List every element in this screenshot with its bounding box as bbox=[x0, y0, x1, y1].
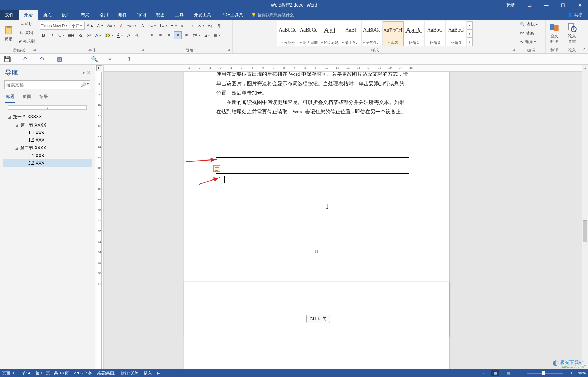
tab-review[interactable]: 审阅 bbox=[132, 10, 151, 20]
vertical-scrollbar[interactable]: ▴ ▾ bbox=[582, 65, 588, 369]
grow-font-button[interactable]: A▲ bbox=[85, 22, 95, 30]
styles-scroll-1[interactable]: ▾ bbox=[467, 30, 473, 38]
styles-dialog-launcher[interactable]: ◢ bbox=[512, 48, 515, 51]
subscript-button[interactable]: x₂ bbox=[77, 31, 85, 39]
style-item-4[interactable]: AaBbCc↵研究生… bbox=[362, 21, 383, 46]
clear-formatting-button[interactable]: A̷ bbox=[117, 22, 125, 30]
bullets-button[interactable]: •≡ bbox=[148, 22, 157, 30]
select-button[interactable]: ↖选择▾ bbox=[519, 38, 537, 46]
zoom-out-button[interactable]: − bbox=[517, 371, 519, 375]
style-item-1[interactable]: AaBbCc↵封面日期 bbox=[298, 21, 319, 46]
style-item-8[interactable]: AaBbC标题 3 bbox=[446, 21, 467, 46]
read-mode-button[interactable]: ▭ bbox=[478, 370, 486, 376]
increase-indent-button[interactable]: ⇥ bbox=[188, 22, 196, 30]
horizontal-ruler[interactable]: 3210123456789101112131415161718 bbox=[104, 65, 582, 72]
character-border-button[interactable]: A bbox=[139, 22, 147, 30]
asian-layout-button[interactable]: ✕ bbox=[196, 22, 205, 30]
tab-devtools[interactable]: 开发工具 bbox=[189, 10, 216, 20]
numbering-button[interactable]: 1≡ bbox=[158, 22, 168, 30]
full-translate-button[interactable]: 全文 翻译 bbox=[547, 20, 562, 46]
minimize-icon[interactable]: — bbox=[538, 0, 555, 10]
style-item-7[interactable]: AaBbC标题 2 bbox=[425, 21, 446, 46]
nav-node-5[interactable]: 2.1 XXX bbox=[3, 152, 92, 160]
nav-tab-results[interactable]: 结果 bbox=[38, 92, 49, 103]
scroll-up-button[interactable]: ▴ bbox=[582, 65, 588, 71]
zoom-slider[interactable] bbox=[527, 373, 563, 374]
status-pages-of[interactable]: 第 11 页，共 13 页 bbox=[36, 370, 69, 376]
justify-button[interactable]: ≡ bbox=[174, 31, 182, 39]
document-canvas[interactable]: 使用在需要位置出现的新按钮在 Word 中保存时间。若要更改图片适应文档的方式，… bbox=[104, 72, 582, 369]
cut-button[interactable]: ✂剪切 bbox=[17, 20, 36, 28]
qat-btn-4[interactable]: ▦ bbox=[56, 55, 63, 63]
paste-button[interactable]: 粘贴 bbox=[1, 20, 16, 46]
underline-button[interactable]: U bbox=[57, 31, 66, 39]
shading-button[interactable]: ◢ bbox=[203, 31, 211, 39]
nav-jump-bar[interactable]: ▴ bbox=[8, 105, 87, 110]
redo-button[interactable]: ↷ bbox=[38, 55, 46, 63]
nav-close-icon[interactable]: ✕ bbox=[87, 70, 90, 75]
clipboard-dialog-launcher[interactable]: ◢ bbox=[33, 48, 36, 51]
caret-icon[interactable]: ◢ bbox=[8, 115, 12, 119]
font-name-selector[interactable]: Times New R bbox=[40, 22, 69, 30]
caret-icon[interactable]: ◢ bbox=[15, 146, 19, 150]
bold-button[interactable]: B bbox=[40, 31, 48, 39]
web-layout-button[interactable]: ▤ bbox=[504, 370, 512, 376]
search-icon[interactable]: 🔎 bbox=[81, 82, 86, 87]
text-effects-button[interactable]: A bbox=[94, 31, 102, 39]
qat-btn-7[interactable]: ⿻ bbox=[108, 55, 115, 63]
qat-btn-6[interactable]: 🔍 bbox=[91, 55, 98, 63]
tab-home[interactable]: 开始 bbox=[19, 10, 38, 20]
phonetic-guide-button[interactable]: wén bbox=[126, 22, 138, 30]
tab-references[interactable]: 引用 bbox=[94, 10, 113, 20]
styles-scroll-2[interactable]: ≡ bbox=[467, 38, 473, 46]
print-layout-button[interactable]: ▦ bbox=[491, 370, 499, 376]
nav-node-6[interactable]: 2.2 XXX bbox=[3, 160, 92, 167]
styles-gallery[interactable]: AaBbCc↵分类号AaBbCc↵封面日期AaI↵论文标题AaBl↵硕士学…Aa… bbox=[277, 21, 473, 46]
nav-node-4[interactable]: ◢第二节 XXXX bbox=[3, 144, 92, 152]
paper-check-button[interactable]: 论文 查重 bbox=[565, 20, 579, 46]
close-icon[interactable]: ✕ bbox=[571, 0, 588, 10]
styles-scroll-0[interactable]: ▴ bbox=[467, 21, 473, 30]
line-spacing-button[interactable]: ‡≡ bbox=[191, 31, 202, 39]
nav-node-3[interactable]: 1.2 XXX bbox=[3, 137, 92, 144]
superscript-button[interactable]: x² bbox=[85, 31, 93, 39]
sort-button[interactable]: A↓ bbox=[206, 22, 214, 30]
nav-tab-headings[interactable]: 标题 bbox=[5, 92, 15, 103]
vertical-ruler[interactable]: L 89101112131415161718192021222324252627 bbox=[95, 65, 104, 369]
nav-search-input[interactable] bbox=[6, 82, 81, 87]
nav-node-0[interactable]: ◢第一章 XXXXX bbox=[3, 113, 92, 121]
maximize-icon[interactable]: ☐ bbox=[555, 0, 571, 10]
replace-button[interactable]: ab替换 bbox=[519, 29, 535, 37]
status-page[interactable]: 页面: 11 bbox=[2, 370, 17, 376]
nav-node-1[interactable]: ◢第一节 XXXX bbox=[3, 121, 92, 129]
style-item-5[interactable]: AaBbCcI↵正文 bbox=[383, 21, 404, 46]
ribbon-display-options-icon[interactable]: ▭ bbox=[521, 0, 538, 10]
highlight-button[interactable]: ab bbox=[103, 31, 115, 39]
status-word-count[interactable]: 2705 个字 bbox=[74, 370, 92, 376]
tab-selector[interactable]: L bbox=[96, 65, 102, 71]
format-painter-button[interactable]: 🖌格式刷 bbox=[17, 37, 36, 45]
tab-mailings[interactable]: 邮件 bbox=[113, 10, 132, 20]
scroll-thumb[interactable] bbox=[583, 220, 587, 242]
undo-button[interactable]: ↶ bbox=[21, 55, 28, 63]
paragraph-dialog-launcher[interactable]: ◢ bbox=[228, 48, 230, 51]
tab-insert[interactable]: 插入 bbox=[38, 10, 57, 20]
autocorrect-options-icon[interactable] bbox=[213, 165, 220, 172]
zoom-level[interactable]: 90% bbox=[578, 371, 586, 375]
change-case-button[interactable]: Aa bbox=[106, 22, 117, 30]
character-shading-button[interactable]: A bbox=[125, 31, 133, 39]
tab-pdf[interactable]: PDF工具集 bbox=[216, 10, 248, 20]
align-right-button[interactable]: ≡ bbox=[165, 31, 173, 39]
find-button[interactable]: 🔍查找▾ bbox=[519, 20, 539, 28]
copy-button[interactable]: ⿻复制 bbox=[17, 29, 36, 37]
status-language[interactable]: 英语(美国) bbox=[97, 370, 115, 376]
caret-icon[interactable]: ◢ bbox=[15, 124, 19, 127]
tab-file[interactable]: 文件 bbox=[0, 10, 19, 20]
align-center-button[interactable]: ≡ bbox=[156, 31, 164, 39]
nav-dropdown-icon[interactable]: ▾ bbox=[83, 70, 85, 75]
tab-layout[interactable]: 布局 bbox=[75, 10, 94, 20]
strikethrough-button[interactable]: abc bbox=[66, 31, 76, 39]
status-section[interactable]: 节: 4 bbox=[22, 370, 30, 376]
shrink-font-button[interactable]: A▼ bbox=[95, 22, 105, 30]
ime-indicator[interactable]: CH ↻ 简 bbox=[306, 315, 330, 323]
